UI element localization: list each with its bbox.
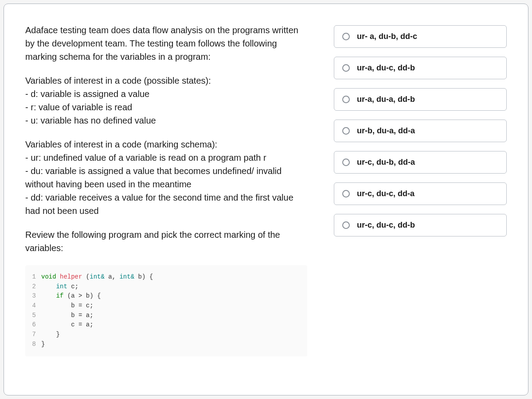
answer-option-label: ur-c, du-c, dd-a <box>357 189 415 198</box>
answer-option-0[interactable]: ur- a, du-b, dd-c <box>334 25 507 48</box>
states-block: Variables of interest in a code (possibl… <box>25 74 307 127</box>
answer-option-label: ur- a, du-b, dd-c <box>357 32 417 41</box>
question-card: Adaface testing team does data flow anal… <box>4 4 528 395</box>
code-line: 3 if (a > b) { <box>30 291 303 301</box>
answer-option-6[interactable]: ur-c, du-c, dd-b <box>334 214 507 236</box>
schema-ur: - ur: undefined value of a variable is r… <box>25 153 266 163</box>
answer-option-label: ur-a, du-c, dd-b <box>357 63 415 73</box>
line-number: 4 <box>30 301 41 311</box>
answer-option-5[interactable]: ur-c, du-c, dd-a <box>334 182 507 205</box>
code-block: 1void helper (int& a, int& b) {2 int c;3… <box>25 265 307 356</box>
code-content: b = c; <box>41 301 94 311</box>
code-line: 4 b = c; <box>30 301 303 311</box>
answer-option-3[interactable]: ur-b, du-a, dd-a <box>334 120 507 142</box>
code-line: 5 b = a; <box>30 311 303 321</box>
code-line: 6 c = a; <box>30 320 303 330</box>
line-number: 6 <box>30 320 41 330</box>
code-content: if (a > b) { <box>41 291 101 301</box>
code-line: 2 int c; <box>30 282 303 292</box>
answer-option-4[interactable]: ur-c, du-b, dd-a <box>334 151 507 174</box>
answer-option-2[interactable]: ur-a, du-a, dd-b <box>334 88 507 111</box>
answer-option-label: ur-b, du-a, dd-a <box>357 126 415 136</box>
schema-dd: - dd: variable receives a value for the … <box>25 193 293 216</box>
schema-du: - du: variable is assigned a value that … <box>25 166 282 189</box>
state-r: - r: value of variable is read <box>25 102 132 112</box>
answer-option-label: ur-c, du-b, dd-a <box>357 158 415 167</box>
states-heading: Variables of interest in a code (possibl… <box>25 76 211 85</box>
line-number: 1 <box>30 272 41 282</box>
code-line: 7 } <box>30 330 303 340</box>
question-intro: Adaface testing team does data flow anal… <box>25 23 307 63</box>
radio-icon <box>342 221 350 229</box>
line-number: 7 <box>30 330 41 340</box>
state-u: - u: variable has no defined value <box>25 116 156 125</box>
answer-option-label: ur-c, du-c, dd-b <box>357 221 415 230</box>
radio-icon <box>342 190 350 198</box>
code-content: c = a; <box>41 320 94 330</box>
code-content: } <box>41 340 45 349</box>
code-content: void helper (int& a, int& b) { <box>41 272 153 282</box>
line-number: 8 <box>30 340 41 349</box>
radio-icon <box>342 64 350 72</box>
radio-icon <box>342 127 350 135</box>
line-number: 3 <box>30 291 41 301</box>
question-body: Adaface testing team does data flow anal… <box>25 23 307 376</box>
radio-icon <box>342 159 350 166</box>
schema-heading: Variables of interest in a code (marking… <box>25 139 217 149</box>
line-number: 2 <box>30 282 41 292</box>
question-prompt: Review the following program and pick th… <box>25 228 307 255</box>
line-number: 5 <box>30 311 41 321</box>
code-line: 8} <box>30 340 303 349</box>
answer-option-1[interactable]: ur-a, du-c, dd-b <box>334 57 507 79</box>
code-content: int c; <box>41 282 78 292</box>
radio-icon <box>342 33 350 40</box>
state-d: - d: variable is assigned a value <box>25 89 149 99</box>
code-content: b = a; <box>41 311 94 321</box>
answer-option-label: ur-a, du-a, dd-b <box>357 95 415 104</box>
options-list: ur- a, du-b, dd-cur-a, du-c, dd-bur-a, d… <box>334 23 507 376</box>
code-line: 1void helper (int& a, int& b) { <box>30 272 303 282</box>
schema-block: Variables of interest in a code (marking… <box>25 138 307 217</box>
code-content: } <box>41 330 60 340</box>
radio-icon <box>342 96 350 103</box>
